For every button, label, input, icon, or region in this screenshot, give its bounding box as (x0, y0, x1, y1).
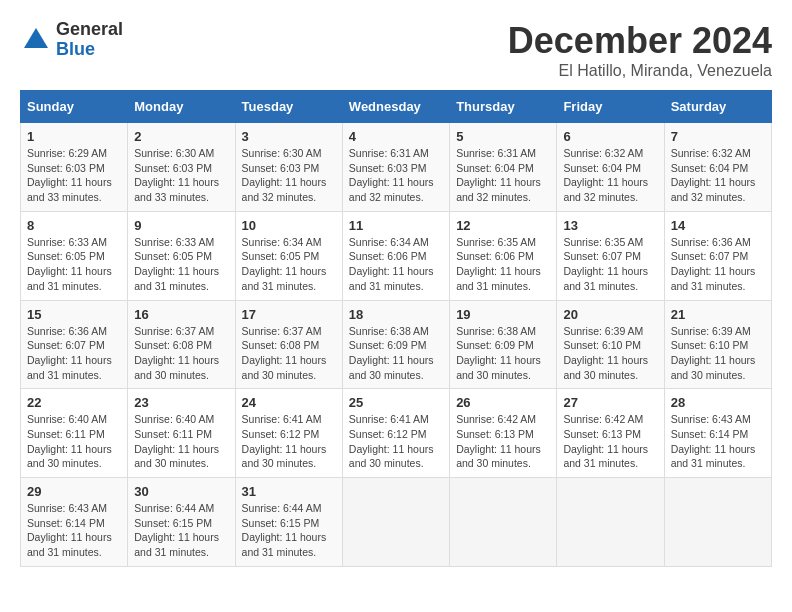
calendar-cell (664, 478, 771, 567)
day-info: Sunrise: 6:34 AMSunset: 6:05 PMDaylight:… (242, 235, 336, 294)
day-info: Sunrise: 6:38 AMSunset: 6:09 PMDaylight:… (349, 324, 443, 383)
calendar-cell: 5Sunrise: 6:31 AMSunset: 6:04 PMDaylight… (450, 123, 557, 212)
day-info: Sunrise: 6:33 AMSunset: 6:05 PMDaylight:… (27, 235, 121, 294)
logo: General Blue (20, 20, 123, 60)
day-number: 19 (456, 307, 550, 322)
calendar-week-row: 29Sunrise: 6:43 AMSunset: 6:14 PMDayligh… (21, 478, 772, 567)
column-header-monday: Monday (128, 91, 235, 123)
day-info: Sunrise: 6:32 AMSunset: 6:04 PMDaylight:… (671, 146, 765, 205)
day-info: Sunrise: 6:41 AMSunset: 6:12 PMDaylight:… (242, 412, 336, 471)
logo-general: General (56, 20, 123, 40)
day-number: 16 (134, 307, 228, 322)
day-info: Sunrise: 6:36 AMSunset: 6:07 PMDaylight:… (671, 235, 765, 294)
logo-icon (20, 24, 52, 56)
day-info: Sunrise: 6:33 AMSunset: 6:05 PMDaylight:… (134, 235, 228, 294)
svg-marker-0 (24, 28, 48, 48)
day-number: 5 (456, 129, 550, 144)
calendar-week-row: 8Sunrise: 6:33 AMSunset: 6:05 PMDaylight… (21, 211, 772, 300)
calendar-week-row: 1Sunrise: 6:29 AMSunset: 6:03 PMDaylight… (21, 123, 772, 212)
day-info: Sunrise: 6:42 AMSunset: 6:13 PMDaylight:… (563, 412, 657, 471)
column-header-saturday: Saturday (664, 91, 771, 123)
calendar-cell: 17Sunrise: 6:37 AMSunset: 6:08 PMDayligh… (235, 300, 342, 389)
calendar-cell: 12Sunrise: 6:35 AMSunset: 6:06 PMDayligh… (450, 211, 557, 300)
day-info: Sunrise: 6:43 AMSunset: 6:14 PMDaylight:… (671, 412, 765, 471)
day-info: Sunrise: 6:32 AMSunset: 6:04 PMDaylight:… (563, 146, 657, 205)
day-number: 24 (242, 395, 336, 410)
calendar-cell: 27Sunrise: 6:42 AMSunset: 6:13 PMDayligh… (557, 389, 664, 478)
calendar-cell: 24Sunrise: 6:41 AMSunset: 6:12 PMDayligh… (235, 389, 342, 478)
day-info: Sunrise: 6:35 AMSunset: 6:07 PMDaylight:… (563, 235, 657, 294)
column-header-sunday: Sunday (21, 91, 128, 123)
logo-text: General Blue (56, 20, 123, 60)
calendar-cell: 20Sunrise: 6:39 AMSunset: 6:10 PMDayligh… (557, 300, 664, 389)
calendar-cell: 10Sunrise: 6:34 AMSunset: 6:05 PMDayligh… (235, 211, 342, 300)
calendar-cell (342, 478, 449, 567)
day-number: 7 (671, 129, 765, 144)
day-info: Sunrise: 6:40 AMSunset: 6:11 PMDaylight:… (134, 412, 228, 471)
calendar-cell: 14Sunrise: 6:36 AMSunset: 6:07 PMDayligh… (664, 211, 771, 300)
day-number: 12 (456, 218, 550, 233)
column-header-wednesday: Wednesday (342, 91, 449, 123)
day-number: 28 (671, 395, 765, 410)
column-header-thursday: Thursday (450, 91, 557, 123)
day-number: 29 (27, 484, 121, 499)
day-info: Sunrise: 6:38 AMSunset: 6:09 PMDaylight:… (456, 324, 550, 383)
day-info: Sunrise: 6:39 AMSunset: 6:10 PMDaylight:… (671, 324, 765, 383)
calendar-cell: 7Sunrise: 6:32 AMSunset: 6:04 PMDaylight… (664, 123, 771, 212)
day-number: 6 (563, 129, 657, 144)
day-number: 17 (242, 307, 336, 322)
day-number: 13 (563, 218, 657, 233)
calendar-week-row: 22Sunrise: 6:40 AMSunset: 6:11 PMDayligh… (21, 389, 772, 478)
day-info: Sunrise: 6:41 AMSunset: 6:12 PMDaylight:… (349, 412, 443, 471)
calendar-cell: 11Sunrise: 6:34 AMSunset: 6:06 PMDayligh… (342, 211, 449, 300)
day-info: Sunrise: 6:31 AMSunset: 6:04 PMDaylight:… (456, 146, 550, 205)
calendar-cell: 23Sunrise: 6:40 AMSunset: 6:11 PMDayligh… (128, 389, 235, 478)
day-info: Sunrise: 6:31 AMSunset: 6:03 PMDaylight:… (349, 146, 443, 205)
calendar-cell: 3Sunrise: 6:30 AMSunset: 6:03 PMDaylight… (235, 123, 342, 212)
calendar-cell: 6Sunrise: 6:32 AMSunset: 6:04 PMDaylight… (557, 123, 664, 212)
calendar-cell: 29Sunrise: 6:43 AMSunset: 6:14 PMDayligh… (21, 478, 128, 567)
day-info: Sunrise: 6:30 AMSunset: 6:03 PMDaylight:… (242, 146, 336, 205)
calendar-cell: 31Sunrise: 6:44 AMSunset: 6:15 PMDayligh… (235, 478, 342, 567)
calendar-cell: 18Sunrise: 6:38 AMSunset: 6:09 PMDayligh… (342, 300, 449, 389)
day-number: 31 (242, 484, 336, 499)
calendar-cell: 13Sunrise: 6:35 AMSunset: 6:07 PMDayligh… (557, 211, 664, 300)
day-number: 22 (27, 395, 121, 410)
calendar-week-row: 15Sunrise: 6:36 AMSunset: 6:07 PMDayligh… (21, 300, 772, 389)
column-header-friday: Friday (557, 91, 664, 123)
day-info: Sunrise: 6:44 AMSunset: 6:15 PMDaylight:… (242, 501, 336, 560)
calendar-cell: 1Sunrise: 6:29 AMSunset: 6:03 PMDaylight… (21, 123, 128, 212)
calendar-header-row: SundayMondayTuesdayWednesdayThursdayFrid… (21, 91, 772, 123)
day-info: Sunrise: 6:30 AMSunset: 6:03 PMDaylight:… (134, 146, 228, 205)
day-number: 21 (671, 307, 765, 322)
day-number: 3 (242, 129, 336, 144)
day-info: Sunrise: 6:42 AMSunset: 6:13 PMDaylight:… (456, 412, 550, 471)
day-number: 26 (456, 395, 550, 410)
subtitle: El Hatillo, Miranda, Venezuela (508, 62, 772, 80)
day-info: Sunrise: 6:37 AMSunset: 6:08 PMDaylight:… (134, 324, 228, 383)
calendar-cell: 30Sunrise: 6:44 AMSunset: 6:15 PMDayligh… (128, 478, 235, 567)
day-number: 30 (134, 484, 228, 499)
day-number: 18 (349, 307, 443, 322)
calendar-cell: 21Sunrise: 6:39 AMSunset: 6:10 PMDayligh… (664, 300, 771, 389)
calendar-cell: 22Sunrise: 6:40 AMSunset: 6:11 PMDayligh… (21, 389, 128, 478)
calendar-cell: 9Sunrise: 6:33 AMSunset: 6:05 PMDaylight… (128, 211, 235, 300)
calendar-cell: 15Sunrise: 6:36 AMSunset: 6:07 PMDayligh… (21, 300, 128, 389)
day-number: 20 (563, 307, 657, 322)
day-info: Sunrise: 6:36 AMSunset: 6:07 PMDaylight:… (27, 324, 121, 383)
day-info: Sunrise: 6:44 AMSunset: 6:15 PMDaylight:… (134, 501, 228, 560)
day-number: 2 (134, 129, 228, 144)
day-number: 11 (349, 218, 443, 233)
day-info: Sunrise: 6:29 AMSunset: 6:03 PMDaylight:… (27, 146, 121, 205)
calendar-cell: 25Sunrise: 6:41 AMSunset: 6:12 PMDayligh… (342, 389, 449, 478)
day-number: 1 (27, 129, 121, 144)
title-section: December 2024 El Hatillo, Miranda, Venez… (508, 20, 772, 80)
calendar-cell: 16Sunrise: 6:37 AMSunset: 6:08 PMDayligh… (128, 300, 235, 389)
day-number: 14 (671, 218, 765, 233)
day-number: 4 (349, 129, 443, 144)
day-number: 10 (242, 218, 336, 233)
day-info: Sunrise: 6:37 AMSunset: 6:08 PMDaylight:… (242, 324, 336, 383)
day-number: 27 (563, 395, 657, 410)
calendar-cell (557, 478, 664, 567)
page-header: General Blue December 2024 El Hatillo, M… (20, 20, 772, 80)
